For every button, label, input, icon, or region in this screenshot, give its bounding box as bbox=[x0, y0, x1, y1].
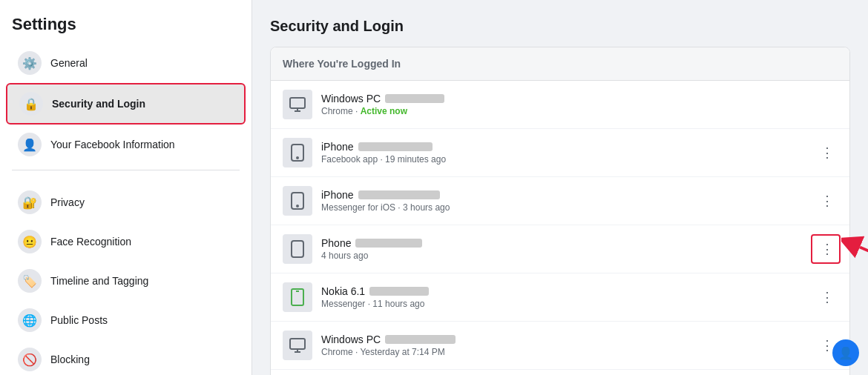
login-device-phone1: Phone bbox=[321, 237, 817, 249]
page-title: Security and Login bbox=[270, 18, 850, 35]
svg-rect-7 bbox=[292, 241, 303, 257]
sidebar-item-label-general: General bbox=[50, 57, 88, 69]
login-menu-nokia1[interactable]: ⋮ bbox=[817, 287, 838, 308]
sidebar: Settings ⚙️ General 🔒 Security and Login… bbox=[0, 0, 252, 375]
sidebar-divider-1 bbox=[12, 170, 240, 170]
sidebar-item-general[interactable]: ⚙️ General bbox=[6, 44, 246, 82]
sidebar-item-security[interactable]: 🔒 Security and Login bbox=[6, 83, 246, 125]
block-icon: 🚫 bbox=[18, 348, 42, 371]
gear-icon: ⚙️ bbox=[18, 51, 42, 75]
sidebar-group-2: 🔐 Privacy 😐 Face Recognition 🏷️ Timeline… bbox=[0, 183, 251, 375]
sidebar-item-face-recognition[interactable]: 😐 Face Recognition bbox=[6, 222, 246, 261]
sidebar-item-label-timeline: Timeline and Tagging bbox=[50, 275, 148, 287]
mobile-icon-iphone2 bbox=[283, 186, 312, 216]
mobile-icon-iphone1 bbox=[283, 138, 312, 167]
sidebar-item-label-security: Security and Login bbox=[52, 98, 145, 110]
sidebar-item-label-facebook-info: Your Facebook Information bbox=[50, 139, 175, 150]
login-item-phone1: Phone 4 hours ago ⋮ bbox=[271, 225, 849, 273]
login-info-nokia1: Nokia 6.1 Messenger · 11 hours ago bbox=[321, 285, 817, 309]
sidebar-title: Settings bbox=[0, 0, 251, 43]
sidebar-item-label-blocking: Blocking bbox=[50, 354, 90, 365]
login-device-win2: Windows PC bbox=[321, 333, 817, 345]
login-info-phone1: Phone 4 hours ago bbox=[321, 237, 817, 261]
login-menu-iphone1[interactable]: ⋮ bbox=[817, 142, 838, 163]
login-menu-iphone2[interactable]: ⋮ bbox=[817, 190, 838, 211]
login-item-win1: Windows PC Chrome · Active now bbox=[271, 81, 849, 129]
lock-icon: 🔒 bbox=[19, 92, 43, 116]
login-sub-iphone2: Messenger for iOS · 3 hours ago bbox=[321, 202, 817, 213]
desktop-icon-win2 bbox=[283, 331, 312, 360]
login-device-nokia1: Nokia 6.1 bbox=[321, 285, 817, 297]
phone-icon-phone1 bbox=[283, 234, 312, 264]
login-item-iphone3: iPhone Mobile Safari · October 17 at 9:5… bbox=[271, 370, 849, 375]
login-device-win1: Windows PC bbox=[321, 93, 838, 104]
globe-icon: 🌐 bbox=[18, 308, 42, 332]
login-sub-phone1: 4 hours ago bbox=[321, 250, 817, 261]
sidebar-item-label-face-recognition: Face Recognition bbox=[50, 236, 131, 248]
user-avatar[interactable]: 👤 bbox=[832, 339, 859, 366]
tag-icon: 🏷️ bbox=[18, 269, 42, 293]
sidebar-item-label-public-posts: Public Posts bbox=[50, 314, 108, 326]
sidebar-item-facebook-info[interactable]: 👤 Your Facebook Information bbox=[6, 125, 246, 164]
login-sub-nokia1: Messenger · 11 hours ago bbox=[321, 299, 817, 309]
login-sub-iphone1: Facebook app · 19 minutes ago bbox=[321, 154, 817, 165]
login-sub-win1: Chrome · Active now bbox=[321, 106, 838, 116]
sidebar-item-public-posts[interactable]: 🌐 Public Posts bbox=[6, 301, 246, 339]
person-icon: 👤 bbox=[18, 133, 42, 156]
sidebar-item-label-privacy: Privacy bbox=[50, 196, 85, 208]
privacy-icon: 🔐 bbox=[18, 190, 42, 214]
main-content: Security and Login Where You're Logged I… bbox=[252, 0, 868, 375]
login-info-win1: Windows PC Chrome · Active now bbox=[321, 93, 838, 116]
red-arrow-indicator bbox=[841, 233, 868, 266]
mobile-icon-nokia1 bbox=[283, 282, 312, 312]
section-header: Where You're Logged In bbox=[271, 47, 849, 81]
login-item-iphone2: iPhone Messenger for iOS · 3 hours ago ⋮ bbox=[271, 177, 849, 225]
login-item-win2: Windows PC Chrome · Yesterday at 7:14 PM… bbox=[271, 322, 849, 370]
svg-rect-10 bbox=[290, 339, 305, 349]
sidebar-item-privacy[interactable]: 🔐 Privacy bbox=[6, 183, 246, 222]
login-card: Where You're Logged In Windows PC Chrome… bbox=[270, 47, 850, 375]
login-item-iphone1: iPhone Facebook app · 19 minutes ago ⋮ bbox=[271, 129, 849, 177]
login-info-iphone2: iPhone Messenger for iOS · 3 hours ago bbox=[321, 189, 817, 213]
svg-point-4 bbox=[297, 157, 298, 159]
face-icon: 😐 bbox=[18, 230, 42, 253]
login-item-nokia1: Nokia 6.1 Messenger · 11 hours ago ⋮ bbox=[271, 273, 849, 322]
sidebar-item-timeline[interactable]: 🏷️ Timeline and Tagging bbox=[6, 262, 246, 300]
login-info-iphone1: iPhone Facebook app · 19 minutes ago bbox=[321, 141, 817, 165]
login-sub-win2: Chrome · Yesterday at 7:14 PM bbox=[321, 347, 817, 357]
login-menu-phone1[interactable]: ⋮ bbox=[817, 239, 838, 259]
sidebar-item-blocking[interactable]: 🚫 Blocking bbox=[6, 340, 246, 375]
login-device-iphone2: iPhone bbox=[321, 189, 817, 201]
svg-point-6 bbox=[297, 205, 298, 207]
login-info-win2: Windows PC Chrome · Yesterday at 7:14 PM bbox=[321, 333, 817, 357]
desktop-icon-win1 bbox=[283, 90, 312, 119]
svg-rect-0 bbox=[290, 98, 305, 108]
login-device-iphone1: iPhone bbox=[321, 141, 817, 153]
sidebar-group-1: ⚙️ General 🔒 Security and Login 👤 Your F… bbox=[0, 44, 251, 164]
